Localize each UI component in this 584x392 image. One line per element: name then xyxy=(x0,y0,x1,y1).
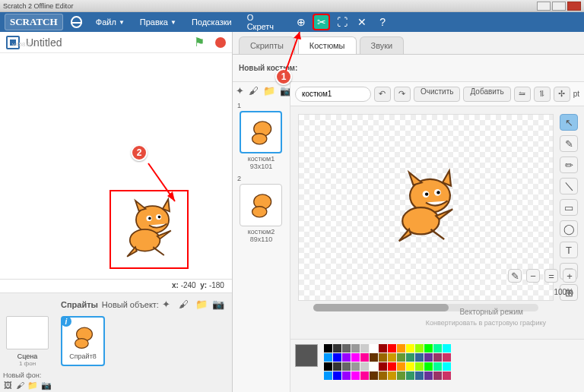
tab-costumes[interactable]: Костюмы xyxy=(298,36,357,54)
palette-swatch[interactable] xyxy=(443,353,451,362)
language-icon[interactable] xyxy=(71,16,82,28)
stop-button[interactable] xyxy=(215,37,226,48)
palette-swatch[interactable] xyxy=(370,371,378,380)
palette-swatch[interactable] xyxy=(397,362,405,371)
menu-file[interactable]: Файл▼ xyxy=(90,14,131,30)
center-icon[interactable]: ✢ xyxy=(554,87,570,102)
bg-paint-icon[interactable]: 🖌 xyxy=(15,381,24,391)
costume-thumb-1[interactable]: 1 костюм1 93x101 xyxy=(236,102,287,170)
sprite-paint-icon[interactable]: 🖌 xyxy=(179,299,192,311)
text-tool-icon[interactable]: T xyxy=(560,242,578,258)
sprite-upload-icon[interactable]: 📁 xyxy=(195,299,209,311)
undo-button[interactable]: ↶ xyxy=(374,87,391,102)
palette-swatch[interactable] xyxy=(397,344,405,352)
zoom-in-icon[interactable]: + xyxy=(563,269,576,283)
zoom-fit-icon[interactable]: = xyxy=(544,269,558,283)
bg-upload-icon[interactable]: 📁 xyxy=(27,381,38,391)
palette-swatch[interactable] xyxy=(406,362,414,371)
palette-swatch[interactable] xyxy=(433,362,442,371)
color-palette[interactable] xyxy=(324,344,451,387)
duplicate-icon[interactable]: ✂ xyxy=(314,15,328,29)
palette-swatch[interactable] xyxy=(324,371,332,380)
bg-camera-icon[interactable]: 📷 xyxy=(41,381,52,391)
palette-swatch[interactable] xyxy=(415,353,424,362)
sprite-library-icon[interactable]: ✦ xyxy=(162,299,176,311)
palette-swatch[interactable] xyxy=(397,371,405,380)
stage[interactable]: 2 xyxy=(0,53,232,280)
palette-swatch[interactable] xyxy=(342,353,351,362)
palette-swatch[interactable] xyxy=(433,371,442,380)
menu-edit[interactable]: Правка▼ xyxy=(134,14,182,30)
window-min-button[interactable] xyxy=(537,2,551,11)
costume-library-icon[interactable]: ✦ xyxy=(236,85,244,97)
palette-swatch[interactable] xyxy=(388,362,396,371)
select-tool-icon[interactable]: ↖ xyxy=(560,114,578,131)
palette-swatch[interactable] xyxy=(433,353,442,362)
green-flag-button[interactable]: ⚑ xyxy=(194,35,205,49)
flip-v-icon[interactable]: ⥮ xyxy=(534,87,551,102)
palette-swatch[interactable] xyxy=(351,353,360,362)
clear-button[interactable]: Очистить xyxy=(414,87,461,102)
palette-swatch[interactable] xyxy=(324,344,332,352)
reshape-tool-icon[interactable]: ✎ xyxy=(560,135,578,152)
palette-swatch[interactable] xyxy=(424,353,433,362)
eyedrop-icon[interactable]: ✎ xyxy=(508,269,522,283)
pen-tool-icon[interactable]: ✏ xyxy=(560,156,578,173)
palette-swatch[interactable] xyxy=(424,371,433,380)
stage-thumb[interactable]: Сцена 1 фон Новый фон: 🖼 🖌 📁 📷 xyxy=(0,293,55,392)
palette-swatch[interactable] xyxy=(370,344,378,352)
palette-swatch[interactable] xyxy=(333,371,341,380)
palette-swatch[interactable] xyxy=(406,371,414,380)
sprite-info-icon[interactable]: i xyxy=(61,316,71,327)
palette-swatch[interactable] xyxy=(397,353,405,362)
palette-swatch[interactable] xyxy=(424,344,433,352)
cat-sprite[interactable] xyxy=(115,194,183,265)
window-close-button[interactable] xyxy=(567,2,581,11)
palette-swatch[interactable] xyxy=(379,362,387,371)
palette-swatch[interactable] xyxy=(360,353,369,362)
palette-swatch[interactable] xyxy=(415,344,424,352)
sprite-thumb-1[interactable]: i Спрайт8 xyxy=(61,316,105,366)
palette-swatch[interactable] xyxy=(388,344,396,352)
sprite-camera-icon[interactable]: 📷 xyxy=(212,299,226,311)
palette-swatch[interactable] xyxy=(443,371,451,380)
palette-swatch[interactable] xyxy=(324,362,332,371)
costume-upload-icon[interactable]: 📁 xyxy=(263,85,275,97)
palette-swatch[interactable] xyxy=(443,362,451,371)
bg-library-icon[interactable]: 🖼 xyxy=(3,381,12,391)
help-icon[interactable]: ? xyxy=(376,15,390,29)
palette-swatch[interactable] xyxy=(324,353,332,362)
palette-swatch[interactable] xyxy=(333,353,341,362)
palette-swatch[interactable] xyxy=(388,353,396,362)
palette-swatch[interactable] xyxy=(370,353,378,362)
menu-tips[interactable]: Подсказки xyxy=(186,14,238,30)
vector-sub-label[interactable]: Конвертировать в растровую графику xyxy=(426,319,546,327)
palette-swatch[interactable] xyxy=(379,353,387,362)
palette-swatch[interactable] xyxy=(351,371,360,380)
palette-swatch[interactable] xyxy=(360,362,369,371)
palette-swatch[interactable] xyxy=(433,344,442,352)
current-color-swatch[interactable] xyxy=(295,344,318,367)
zoom-out-icon[interactable]: − xyxy=(526,269,540,283)
palette-swatch[interactable] xyxy=(333,344,341,352)
palette-swatch[interactable] xyxy=(342,344,351,352)
costume-paint-icon[interactable]: 🖌 xyxy=(249,85,259,97)
palette-swatch[interactable] xyxy=(379,344,387,352)
rect-tool-icon[interactable]: ▭ xyxy=(560,199,578,216)
tab-sounds[interactable]: Звуки xyxy=(360,36,405,54)
ellipse-tool-icon[interactable]: ◯ xyxy=(560,220,578,237)
shrink-icon[interactable]: ✕ xyxy=(355,15,370,29)
costume-name-input[interactable] xyxy=(295,87,371,102)
palette-swatch[interactable] xyxy=(415,371,424,380)
palette-swatch[interactable] xyxy=(388,371,396,380)
palette-swatch[interactable] xyxy=(406,353,414,362)
palette-swatch[interactable] xyxy=(333,362,341,371)
palette-swatch[interactable] xyxy=(379,371,387,380)
palette-swatch[interactable] xyxy=(360,371,369,380)
palette-swatch[interactable] xyxy=(342,362,351,371)
redo-button[interactable]: ↷ xyxy=(394,87,411,102)
add-button[interactable]: Добавить xyxy=(463,87,510,102)
palette-swatch[interactable] xyxy=(415,362,424,371)
window-max-button[interactable] xyxy=(552,2,566,11)
line-tool-icon[interactable]: ＼ xyxy=(560,178,578,194)
